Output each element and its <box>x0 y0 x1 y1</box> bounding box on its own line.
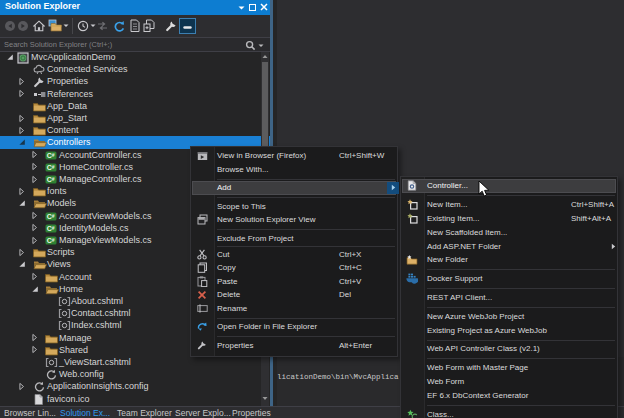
svg-text:#: # <box>52 152 55 158</box>
svg-text:#: # <box>52 225 55 231</box>
svg-text:#: # <box>52 176 55 182</box>
svg-text:#: # <box>52 213 55 219</box>
svg-text:#: # <box>52 164 55 170</box>
svg-text:#: # <box>52 237 55 243</box>
